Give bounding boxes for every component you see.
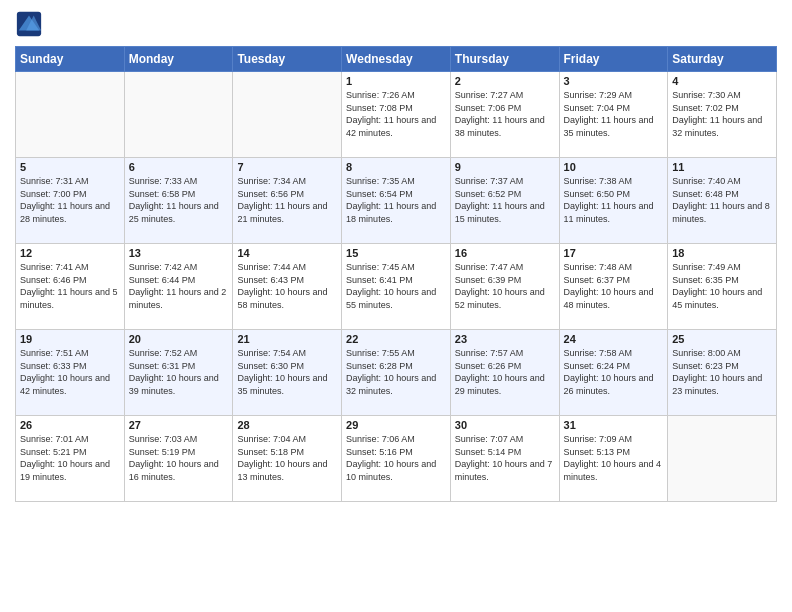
day-number: 23 [455,333,555,345]
day-info: Sunrise: 7:30 AM Sunset: 7:02 PM Dayligh… [672,89,772,139]
calendar-header-thursday: Thursday [450,47,559,72]
calendar-cell: 19Sunrise: 7:51 AM Sunset: 6:33 PM Dayli… [16,330,125,416]
day-info: Sunrise: 7:09 AM Sunset: 5:13 PM Dayligh… [564,433,664,483]
day-number: 22 [346,333,446,345]
calendar-cell: 29Sunrise: 7:06 AM Sunset: 5:16 PM Dayli… [342,416,451,502]
calendar-cell: 12Sunrise: 7:41 AM Sunset: 6:46 PM Dayli… [16,244,125,330]
calendar-cell: 17Sunrise: 7:48 AM Sunset: 6:37 PM Dayli… [559,244,668,330]
day-info: Sunrise: 7:47 AM Sunset: 6:39 PM Dayligh… [455,261,555,311]
calendar-week-row: 12Sunrise: 7:41 AM Sunset: 6:46 PM Dayli… [16,244,777,330]
day-info: Sunrise: 7:33 AM Sunset: 6:58 PM Dayligh… [129,175,229,225]
day-info: Sunrise: 7:42 AM Sunset: 6:44 PM Dayligh… [129,261,229,311]
calendar-cell: 10Sunrise: 7:38 AM Sunset: 6:50 PM Dayli… [559,158,668,244]
day-info: Sunrise: 7:44 AM Sunset: 6:43 PM Dayligh… [237,261,337,311]
calendar-week-row: 5Sunrise: 7:31 AM Sunset: 7:00 PM Daylig… [16,158,777,244]
day-number: 7 [237,161,337,173]
calendar-cell [668,416,777,502]
day-number: 17 [564,247,664,259]
day-info: Sunrise: 7:54 AM Sunset: 6:30 PM Dayligh… [237,347,337,397]
day-number: 31 [564,419,664,431]
day-info: Sunrise: 7:37 AM Sunset: 6:52 PM Dayligh… [455,175,555,225]
calendar-cell [16,72,125,158]
day-info: Sunrise: 7:01 AM Sunset: 5:21 PM Dayligh… [20,433,120,483]
calendar-cell: 6Sunrise: 7:33 AM Sunset: 6:58 PM Daylig… [124,158,233,244]
day-info: Sunrise: 7:29 AM Sunset: 7:04 PM Dayligh… [564,89,664,139]
calendar-cell: 15Sunrise: 7:45 AM Sunset: 6:41 PM Dayli… [342,244,451,330]
calendar-cell: 2Sunrise: 7:27 AM Sunset: 7:06 PM Daylig… [450,72,559,158]
day-number: 19 [20,333,120,345]
day-info: Sunrise: 7:57 AM Sunset: 6:26 PM Dayligh… [455,347,555,397]
calendar-header-tuesday: Tuesday [233,47,342,72]
day-info: Sunrise: 7:26 AM Sunset: 7:08 PM Dayligh… [346,89,446,139]
day-info: Sunrise: 8:00 AM Sunset: 6:23 PM Dayligh… [672,347,772,397]
calendar-header-saturday: Saturday [668,47,777,72]
calendar-cell: 14Sunrise: 7:44 AM Sunset: 6:43 PM Dayli… [233,244,342,330]
calendar-header-sunday: Sunday [16,47,125,72]
calendar-cell: 11Sunrise: 7:40 AM Sunset: 6:48 PM Dayli… [668,158,777,244]
day-number: 24 [564,333,664,345]
day-info: Sunrise: 7:52 AM Sunset: 6:31 PM Dayligh… [129,347,229,397]
day-number: 26 [20,419,120,431]
calendar-cell: 30Sunrise: 7:07 AM Sunset: 5:14 PM Dayli… [450,416,559,502]
day-info: Sunrise: 7:41 AM Sunset: 6:46 PM Dayligh… [20,261,120,311]
day-info: Sunrise: 7:38 AM Sunset: 6:50 PM Dayligh… [564,175,664,225]
day-number: 2 [455,75,555,87]
day-number: 18 [672,247,772,259]
day-info: Sunrise: 7:04 AM Sunset: 5:18 PM Dayligh… [237,433,337,483]
calendar-cell: 21Sunrise: 7:54 AM Sunset: 6:30 PM Dayli… [233,330,342,416]
calendar-cell [233,72,342,158]
logo [15,10,46,38]
day-info: Sunrise: 7:34 AM Sunset: 6:56 PM Dayligh… [237,175,337,225]
day-number: 14 [237,247,337,259]
day-number: 28 [237,419,337,431]
day-number: 10 [564,161,664,173]
day-number: 4 [672,75,772,87]
calendar-cell: 4Sunrise: 7:30 AM Sunset: 7:02 PM Daylig… [668,72,777,158]
day-number: 20 [129,333,229,345]
calendar-header-monday: Monday [124,47,233,72]
day-number: 15 [346,247,446,259]
calendar-cell: 18Sunrise: 7:49 AM Sunset: 6:35 PM Dayli… [668,244,777,330]
calendar-cell: 23Sunrise: 7:57 AM Sunset: 6:26 PM Dayli… [450,330,559,416]
page: SundayMondayTuesdayWednesdayThursdayFrid… [0,0,792,612]
day-info: Sunrise: 7:48 AM Sunset: 6:37 PM Dayligh… [564,261,664,311]
day-number: 29 [346,419,446,431]
calendar-cell: 24Sunrise: 7:58 AM Sunset: 6:24 PM Dayli… [559,330,668,416]
day-number: 8 [346,161,446,173]
calendar-week-row: 26Sunrise: 7:01 AM Sunset: 5:21 PM Dayli… [16,416,777,502]
day-number: 27 [129,419,229,431]
day-info: Sunrise: 7:07 AM Sunset: 5:14 PM Dayligh… [455,433,555,483]
calendar-cell: 31Sunrise: 7:09 AM Sunset: 5:13 PM Dayli… [559,416,668,502]
day-number: 25 [672,333,772,345]
logo-icon [15,10,43,38]
day-number: 11 [672,161,772,173]
calendar-cell: 3Sunrise: 7:29 AM Sunset: 7:04 PM Daylig… [559,72,668,158]
day-number: 5 [20,161,120,173]
calendar-cell: 8Sunrise: 7:35 AM Sunset: 6:54 PM Daylig… [342,158,451,244]
day-info: Sunrise: 7:58 AM Sunset: 6:24 PM Dayligh… [564,347,664,397]
day-info: Sunrise: 7:31 AM Sunset: 7:00 PM Dayligh… [20,175,120,225]
calendar-header-wednesday: Wednesday [342,47,451,72]
day-info: Sunrise: 7:35 AM Sunset: 6:54 PM Dayligh… [346,175,446,225]
day-info: Sunrise: 7:06 AM Sunset: 5:16 PM Dayligh… [346,433,446,483]
calendar: SundayMondayTuesdayWednesdayThursdayFrid… [15,46,777,502]
calendar-cell: 1Sunrise: 7:26 AM Sunset: 7:08 PM Daylig… [342,72,451,158]
day-number: 13 [129,247,229,259]
day-number: 16 [455,247,555,259]
day-number: 9 [455,161,555,173]
day-info: Sunrise: 7:55 AM Sunset: 6:28 PM Dayligh… [346,347,446,397]
calendar-cell: 7Sunrise: 7:34 AM Sunset: 6:56 PM Daylig… [233,158,342,244]
day-number: 1 [346,75,446,87]
day-info: Sunrise: 7:45 AM Sunset: 6:41 PM Dayligh… [346,261,446,311]
calendar-week-row: 1Sunrise: 7:26 AM Sunset: 7:08 PM Daylig… [16,72,777,158]
calendar-week-row: 19Sunrise: 7:51 AM Sunset: 6:33 PM Dayli… [16,330,777,416]
calendar-cell: 28Sunrise: 7:04 AM Sunset: 5:18 PM Dayli… [233,416,342,502]
header [15,10,777,38]
calendar-cell: 16Sunrise: 7:47 AM Sunset: 6:39 PM Dayli… [450,244,559,330]
day-info: Sunrise: 7:27 AM Sunset: 7:06 PM Dayligh… [455,89,555,139]
calendar-cell: 25Sunrise: 8:00 AM Sunset: 6:23 PM Dayli… [668,330,777,416]
day-info: Sunrise: 7:03 AM Sunset: 5:19 PM Dayligh… [129,433,229,483]
day-info: Sunrise: 7:49 AM Sunset: 6:35 PM Dayligh… [672,261,772,311]
calendar-cell: 20Sunrise: 7:52 AM Sunset: 6:31 PM Dayli… [124,330,233,416]
calendar-cell [124,72,233,158]
